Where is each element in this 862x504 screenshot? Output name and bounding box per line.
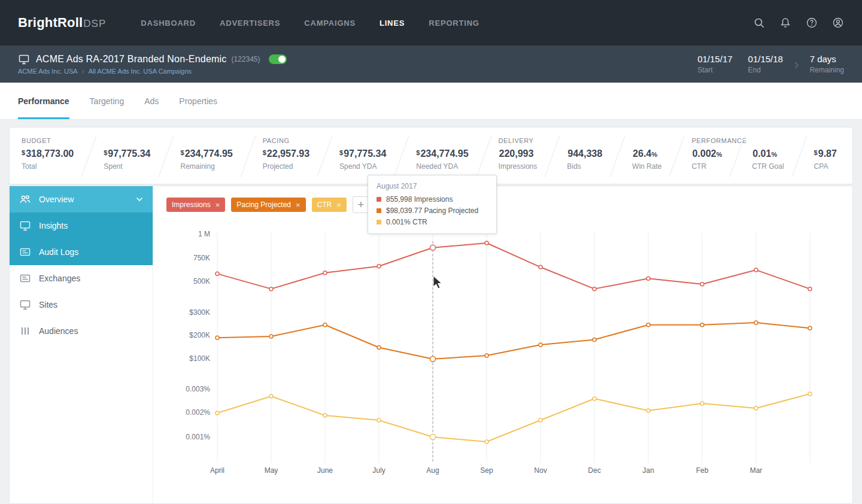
add-metric-button[interactable]: + [353, 196, 369, 213]
data-point [700, 323, 704, 327]
x-axis-label: June [317, 466, 333, 475]
chevron-right-icon: › [794, 55, 799, 74]
tab-performance[interactable]: Performance [18, 83, 69, 119]
nav-item-advertisers[interactable]: ADVERTISERS [220, 19, 280, 28]
line-tabs: Performance Targeting Ads Properties [0, 83, 862, 120]
stat-performance-ctr-goal: 0.01% CTR Goal [752, 148, 799, 171]
data-point [539, 343, 542, 347]
stat-delivery-win-rate: 26.4% Win Rate [632, 148, 677, 171]
tab-ads[interactable]: Ads [144, 83, 159, 119]
stat-delivery-bids: 944,338 Bids [567, 148, 618, 171]
remove-metric-icon[interactable]: × [336, 201, 341, 210]
data-point [593, 287, 596, 291]
stat-performance-ctr: 0.002% CTR [691, 148, 737, 171]
data-point [754, 321, 758, 324]
metric-pill-ctr[interactable]: CTR × [312, 198, 347, 212]
breadcrumb-campaigns-link[interactable]: All ACME Ads Inc. USA Campaigns [89, 68, 192, 75]
data-point [808, 326, 812, 330]
data-point [593, 397, 596, 400]
nav-item-dashboard[interactable]: DASHBOARD [141, 19, 196, 28]
data-point [323, 323, 327, 327]
data-point [808, 392, 812, 396]
x-axis-label: Sep [480, 466, 493, 475]
group-label: DELIVERY [499, 137, 692, 144]
x-axis-label: Aug [426, 466, 439, 475]
notifications-bell-icon[interactable] [779, 17, 791, 29]
performance-content: Overview Insights Audit Logs [9, 186, 853, 504]
performance-sidebar: Overview Insights Audit Logs [10, 186, 153, 503]
brand-logo[interactable]: BrightRollDSP [18, 15, 106, 31]
data-point [485, 354, 488, 357]
data-point [269, 287, 273, 291]
data-point [216, 411, 219, 415]
x-axis-label: Feb [696, 466, 709, 475]
pacing-swatch [377, 208, 381, 213]
tab-targeting[interactable]: Targeting [90, 83, 125, 119]
end-date-value: 01/15/18 [748, 54, 783, 64]
x-axis-label: Jan [642, 466, 654, 475]
metric-pill-impressions[interactable]: Impressions × [166, 198, 225, 212]
data-point [485, 440, 488, 444]
nav-item-reporting[interactable]: REPORTING [429, 19, 479, 28]
performance-chart-panel: Impressions × Pacing Projected × CTR × +… [153, 186, 854, 503]
breadcrumb-advertiser-link[interactable]: ACME Ads Inc. USA [18, 68, 78, 75]
search-icon[interactable] [753, 17, 765, 29]
nav-item-lines[interactable]: LINES [380, 19, 405, 28]
x-axis-label: Dec [588, 466, 600, 475]
y-axis-label: 1 M [198, 230, 210, 238]
stat-pacing-spend-yda: $97,775.34 Spend YDA [339, 148, 402, 171]
metric-pill-pacing-projected[interactable]: Pacing Projected × [231, 198, 305, 212]
stat-delivery-impressions: 220,993 Impressions [499, 148, 553, 171]
y-axis-label: 0.001% [186, 433, 210, 441]
line-id: (122345) [231, 55, 260, 63]
toggle-knob [278, 56, 286, 63]
x-axis-label: April [210, 466, 224, 475]
data-point [377, 346, 381, 350]
sidebar-item-overview[interactable]: Overview [10, 186, 153, 212]
series-line [217, 394, 810, 442]
brand-suffix: DSP [83, 18, 106, 30]
sidebar-item-label: Overview [39, 195, 74, 204]
days-remaining: 7 days Remaining [810, 54, 844, 74]
data-point [539, 418, 542, 422]
sidebar-item-audiences[interactable]: Audiences [10, 318, 153, 344]
breadcrumb: ACME Ads Inc. USA › All ACME Ads Inc. US… [18, 67, 287, 75]
sidebar-item-audit-logs[interactable]: Audit Logs [10, 239, 153, 265]
data-point [430, 356, 436, 362]
flight-dates: 01/15/17 Start 01/15/18 End › 7 days Rem… [697, 54, 844, 74]
chevron-right-icon: › [82, 67, 84, 75]
data-point [539, 265, 542, 269]
chart-tooltip: August 2017 855,998 Impressions $98,039.… [368, 175, 497, 234]
remove-metric-icon[interactable]: × [216, 201, 220, 210]
data-point [323, 414, 327, 417]
sidebar-item-label: Exchanges [39, 274, 80, 283]
series-line [217, 323, 810, 359]
stat-pacing-needed-yda: $234,774.95 Needed YDA [416, 148, 484, 171]
sidebar-item-exchanges[interactable]: Exchanges [10, 265, 153, 292]
remove-metric-icon[interactable]: × [296, 201, 301, 210]
line-active-toggle[interactable] [269, 54, 287, 64]
sidebar-item-sites[interactable]: Sites [10, 292, 153, 318]
brand-name: BrightRoll [18, 15, 83, 31]
mouse-cursor-icon [433, 276, 441, 289]
performance-line-chart[interactable]: AprilMayJuneJulyAugSepNovDecJanFebMar1 M… [166, 228, 854, 479]
data-point [430, 435, 436, 440]
start-date-value: 01/15/17 [697, 54, 732, 64]
account-icon[interactable] [832, 17, 844, 29]
days-remaining-value: 7 days [810, 54, 844, 64]
stat-budget-spent: $97,775.34 Spent [104, 148, 166, 171]
tab-properties[interactable]: Properties [179, 83, 217, 119]
group-label: PERFORMANCE [691, 137, 853, 144]
sidebar-item-label: Audiences [39, 326, 78, 336]
data-point [754, 406, 758, 410]
data-point [593, 338, 596, 341]
sidebar-item-insights[interactable]: Insights [10, 212, 153, 239]
group-label: BUDGET [22, 137, 263, 144]
y-axis-label: $300K [189, 308, 210, 317]
y-axis-label: $200K [189, 331, 210, 339]
tooltip-title: August 2017 [377, 182, 488, 190]
stat-budget-total: $318,773.00 Total [22, 148, 89, 171]
help-icon[interactable] [806, 17, 818, 29]
nav-item-campaigns[interactable]: CAMPAIGNS [304, 19, 356, 28]
sidebar-item-label: Audit Logs [39, 247, 78, 257]
